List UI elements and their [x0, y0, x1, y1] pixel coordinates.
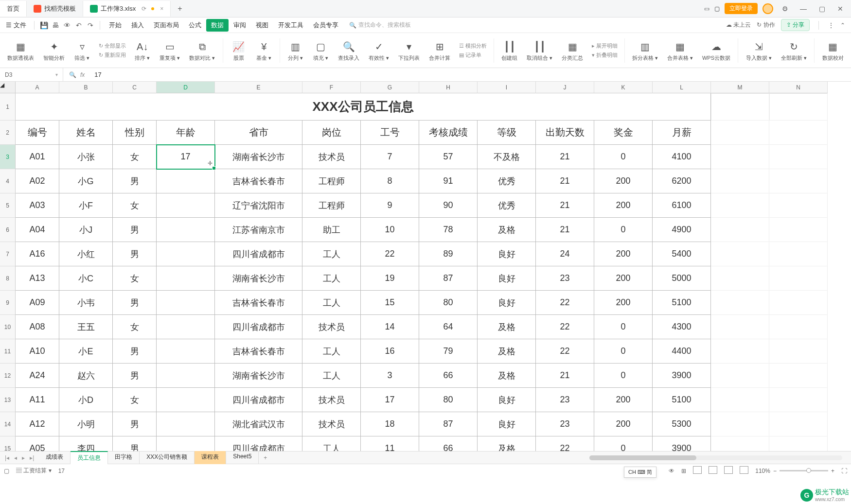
- data-cell[interactable]: 男: [113, 412, 157, 436]
- col-header-H[interactable]: H: [419, 82, 478, 93]
- ribbon-数据透视表[interactable]: ▦数据透视表: [4, 38, 38, 63]
- ribbon-创建组[interactable]: ┃┃创建组: [498, 38, 521, 63]
- data-cell[interactable]: 23: [536, 412, 594, 436]
- data-cell[interactable]: 工人: [302, 364, 361, 388]
- fx-icon[interactable]: fx: [80, 71, 85, 78]
- data-cell[interactable]: 四川省成都市: [215, 388, 302, 412]
- data-cell[interactable]: 工程师: [302, 193, 361, 218]
- data-cell[interactable]: [157, 218, 215, 242]
- data-cell[interactable]: A03: [16, 193, 59, 218]
- tab-close-icon[interactable]: ⟳: [142, 5, 146, 12]
- data-cell[interactable]: 22: [536, 315, 594, 339]
- data-cell[interactable]: 工人: [302, 339, 361, 364]
- status-mode-icon[interactable]: ▢: [4, 468, 9, 474]
- horizontal-scrollbar[interactable]: [589, 455, 842, 460]
- row-header-10[interactable]: 10: [0, 315, 16, 339]
- ribbon-展开明细[interactable]: ▸展开明细: [592, 42, 618, 50]
- data-cell[interactable]: [157, 242, 215, 266]
- data-cell[interactable]: 0: [594, 145, 653, 169]
- col-header-M[interactable]: M: [711, 82, 769, 93]
- row-header-11[interactable]: 11: [0, 339, 16, 364]
- col-header-G[interactable]: G: [361, 82, 419, 93]
- data-cell[interactable]: 男: [113, 169, 157, 193]
- col-header-N[interactable]: N: [769, 82, 828, 93]
- data-cell[interactable]: 小F: [59, 193, 113, 218]
- data-cell[interactable]: 7: [361, 145, 419, 169]
- data-cell[interactable]: 14: [361, 315, 419, 339]
- data-cell[interactable]: 小C: [59, 266, 113, 291]
- data-cell[interactable]: 3900: [653, 436, 711, 451]
- data-cell[interactable]: 200: [594, 266, 653, 291]
- data-cell[interactable]: 女: [113, 388, 157, 412]
- data-cell[interactable]: 21: [536, 169, 594, 193]
- data-cell[interactable]: 0: [594, 315, 653, 339]
- data-cell[interactable]: 0: [594, 436, 653, 451]
- col-header-D[interactable]: D: [157, 82, 215, 93]
- tab-add[interactable]: +: [171, 1, 189, 17]
- cloud-status[interactable]: ☁ 未上云: [726, 21, 751, 29]
- data-cell[interactable]: [157, 364, 215, 388]
- ribbon-模拟分析[interactable]: ☲模拟分析: [459, 42, 487, 50]
- data-cell[interactable]: 女: [113, 266, 157, 291]
- data-cell[interactable]: [157, 339, 215, 364]
- sheet-tab-Sheet5[interactable]: Sheet5: [226, 451, 259, 464]
- data-cell[interactable]: 女: [113, 193, 157, 218]
- ribbon-折叠明细[interactable]: ▾折叠明细: [592, 52, 618, 59]
- data-cell[interactable]: 小张: [59, 145, 113, 169]
- ribbon-分类汇总[interactable]: ▦分类汇总: [558, 38, 587, 63]
- data-cell[interactable]: 女: [113, 315, 157, 339]
- data-cell[interactable]: 赵六: [59, 364, 113, 388]
- data-cell[interactable]: 8: [361, 169, 419, 193]
- close-button[interactable]: ✕: [833, 5, 847, 13]
- menu-公式[interactable]: 公式: [184, 19, 206, 32]
- redo-icon[interactable]: ↷: [85, 20, 96, 31]
- settings-icon[interactable]: ⚙: [778, 5, 792, 13]
- data-cell[interactable]: 5100: [653, 291, 711, 315]
- sheet-tab-成绩表[interactable]: 成绩表: [39, 451, 71, 464]
- data-cell[interactable]: 工人: [302, 291, 361, 315]
- data-cell[interactable]: A11: [16, 388, 59, 412]
- row-header-8[interactable]: 8: [0, 266, 16, 291]
- data-cell[interactable]: 0: [594, 339, 653, 364]
- data-cell[interactable]: 4100: [653, 145, 711, 169]
- select-all-corner[interactable]: ◢: [0, 82, 16, 93]
- data-cell[interactable]: 四川省成都市: [215, 436, 302, 451]
- data-cell[interactable]: 22: [361, 242, 419, 266]
- ribbon-全部显示[interactable]: ↻全部显示: [99, 42, 126, 50]
- header-cell[interactable]: 考核成绩: [419, 121, 478, 145]
- ribbon-导入数据[interactable]: ⇲导入数据 ▾: [742, 38, 775, 63]
- col-header-K[interactable]: K: [594, 82, 653, 93]
- col-header-L[interactable]: L: [653, 82, 711, 93]
- data-cell[interactable]: 4300: [653, 315, 711, 339]
- data-cell[interactable]: 技术员: [302, 315, 361, 339]
- ribbon-基金[interactable]: ¥基金 ▾: [252, 38, 276, 63]
- ribbon-填充[interactable]: ▢填充 ▾: [309, 38, 333, 63]
- data-cell[interactable]: [157, 169, 215, 193]
- data-cell[interactable]: 小明: [59, 412, 113, 436]
- ribbon-数据对比[interactable]: ⧉数据对比 ▾: [186, 38, 219, 63]
- add-sheet-button[interactable]: +: [259, 452, 272, 463]
- col-header-J[interactable]: J: [536, 82, 594, 93]
- data-cell[interactable]: 辽宁省沈阳市: [215, 193, 302, 218]
- data-cell[interactable]: [157, 193, 215, 218]
- row-header-7[interactable]: 7: [0, 242, 16, 266]
- data-cell[interactable]: 及格: [478, 436, 536, 451]
- data-cell[interactable]: 21: [536, 193, 594, 218]
- data-cell[interactable]: 女: [113, 145, 157, 169]
- header-cell[interactable]: 月薪: [653, 121, 711, 145]
- data-cell[interactable]: 及格: [478, 339, 536, 364]
- data-cell[interactable]: 9: [361, 193, 419, 218]
- data-cell[interactable]: 19: [361, 266, 419, 291]
- ribbon-合并表格[interactable]: ▦合并表格 ▾: [664, 38, 697, 63]
- data-cell[interactable]: 湖南省长沙市: [215, 145, 302, 169]
- menu-开发工具[interactable]: 开发工具: [273, 19, 308, 32]
- row-header-5[interactable]: 5: [0, 193, 16, 218]
- ribbon-拆分表格[interactable]: ▥拆分表格 ▾: [629, 38, 662, 63]
- data-cell[interactable]: 工程师: [302, 169, 361, 193]
- data-cell[interactable]: 200: [594, 242, 653, 266]
- data-cell[interactable]: 21: [536, 364, 594, 388]
- row-header-6[interactable]: 6: [0, 218, 16, 242]
- data-cell[interactable]: 5100: [653, 388, 711, 412]
- print-icon[interactable]: 🖶: [50, 20, 61, 31]
- window-split-icon[interactable]: ▭: [704, 5, 709, 12]
